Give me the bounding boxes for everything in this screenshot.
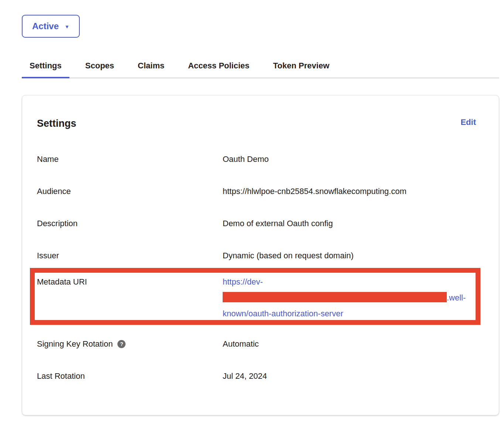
field-label: Issuer — [37, 250, 223, 261]
metadata-uri-line1: https://dev- — [223, 274, 484, 290]
redaction-bar — [223, 292, 447, 302]
field-row-name: Name Oauth Demo — [37, 154, 484, 165]
field-label: Signing Key Rotation — [37, 339, 113, 350]
field-row-signing-key-rotation: Signing Key Rotation ? Automatic — [37, 339, 484, 350]
field-value: Jul 24, 2024 — [223, 371, 484, 382]
metadata-uri-link[interactable]: https://dev- .well- known/oauth-authoriz… — [223, 274, 484, 322]
question-mark-icon[interactable]: ? — [117, 340, 126, 348]
metadata-uri-line2-suffix: .well- — [447, 293, 466, 302]
field-value: Automatic — [223, 339, 484, 350]
field-value: https://hlwlpoe-cnb25854.snowflakecomput… — [223, 186, 484, 197]
chevron-down-icon: ▼ — [65, 24, 69, 29]
tab-access-policies[interactable]: Access Policies — [180, 55, 257, 78]
edit-link[interactable]: Edit — [460, 117, 476, 128]
tab-scopes[interactable]: Scopes — [78, 55, 122, 78]
field-label: Description — [37, 218, 223, 229]
field-label: Audience — [37, 186, 223, 197]
field-label: Name — [37, 154, 223, 165]
field-label: Metadata URI — [37, 274, 223, 290]
field-label: Last Rotation — [37, 371, 223, 382]
settings-card: Settings Edit Name Oauth Demo Audience h… — [22, 95, 499, 415]
status-dropdown-label: Active — [32, 21, 59, 31]
field-value: Oauth Demo — [223, 154, 484, 165]
field-row-metadata-uri: Metadata URI https://dev- .well- known/o… — [37, 274, 484, 322]
field-row-description: Description Demo of external Oauth confi… — [37, 218, 484, 229]
metadata-uri-line3: known/oauth-authorization-server — [223, 306, 484, 322]
field-row-audience: Audience https://hlwlpoe-cnb25854.snowfl… — [37, 186, 484, 197]
tab-claims[interactable]: Claims — [130, 55, 172, 78]
metadata-uri-line2: .well- — [223, 290, 484, 306]
page: Active ▼ Settings Scopes Claims Access P… — [0, 0, 504, 415]
field-value: Demo of external Oauth config — [223, 218, 484, 229]
tab-settings[interactable]: Settings — [22, 55, 69, 78]
card-header: Settings Edit — [37, 117, 484, 130]
status-dropdown-button[interactable]: Active ▼ — [22, 15, 80, 38]
card-title: Settings — [37, 117, 76, 130]
field-row-last-rotation: Last Rotation Jul 24, 2024 — [37, 371, 484, 382]
field-value: Dynamic (based on request domain) — [223, 250, 484, 261]
field-row-issuer: Issuer Dynamic (based on request domain) — [37, 250, 484, 261]
tab-bar: Settings Scopes Claims Access Policies T… — [22, 55, 499, 78]
tab-token-preview[interactable]: Token Preview — [265, 55, 337, 78]
